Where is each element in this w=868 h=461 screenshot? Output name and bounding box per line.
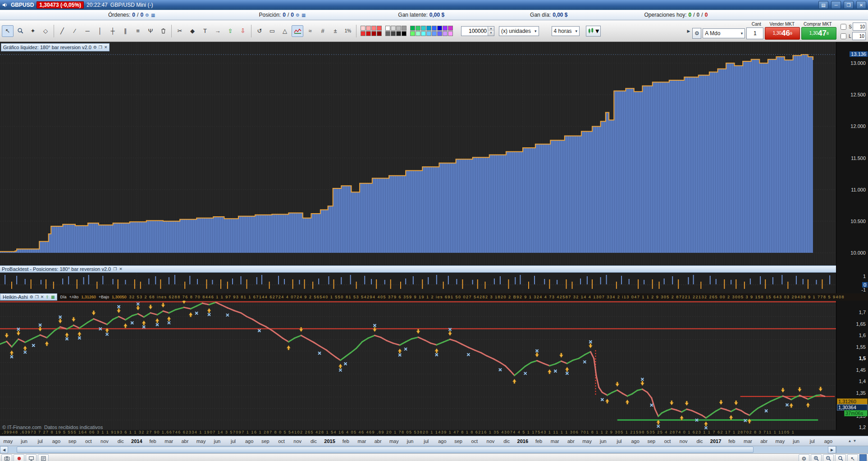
equity-curve-chart[interactable]: [0, 42, 836, 265]
equity-price-axis[interactable]: 10.00010.50011.00011.50012.00012.50013.0…: [836, 42, 868, 265]
color-swatch[interactable]: [361, 26, 365, 31]
scrollbar-track[interactable]: [9, 447, 827, 453]
orders-list-icon[interactable]: ▦: [151, 13, 155, 18]
zoom-out-icon[interactable]: [823, 454, 834, 461]
chart-scrollbar[interactable]: ◀ ▶: [0, 446, 868, 453]
heikin-ashi-price-axis[interactable]: 1,31260 1,30364 37m06s 1,21,251,31,351,4…: [836, 301, 868, 436]
units-select[interactable]: (x) unidades ▾: [499, 26, 539, 36]
panel-grid-icon[interactable]: ▦: [51, 295, 55, 299]
stats-tool[interactable]: ±: [329, 25, 341, 37]
expand-panel-icon[interactable]: ▶: [687, 29, 690, 33]
color-swatch[interactable]: [402, 31, 407, 36]
quantity-up-icon[interactable]: ▲: [488, 27, 494, 31]
stop-checkbox[interactable]: [841, 24, 846, 30]
line-chart-tool[interactable]: [292, 25, 303, 37]
color-swatch[interactable]: [448, 26, 453, 31]
order-type-select[interactable]: A Mdo ▾: [703, 28, 745, 38]
color-swatch[interactable]: [416, 26, 420, 31]
sell-market-button[interactable]: 1,30469: [765, 27, 800, 40]
color-swatch[interactable]: [385, 31, 390, 36]
quantity-input[interactable]: [461, 27, 488, 36]
color-swatch[interactable]: [437, 26, 442, 31]
vline-tool[interactable]: │: [94, 25, 106, 37]
percent-tool[interactable]: 1%: [342, 25, 354, 37]
triangle-tool[interactable]: △: [279, 25, 291, 37]
arrow-annotation-tool[interactable]: →: [212, 25, 224, 37]
maximize-button[interactable]: ❐: [844, 1, 854, 9]
cross-line-tool[interactable]: ┼: [107, 25, 119, 37]
ray-tool[interactable]: ∕: [69, 25, 81, 37]
monitor-icon[interactable]: [26, 454, 37, 461]
panel-detach-icon[interactable]: ❐: [99, 45, 102, 50]
rectangle-tool[interactable]: ▭: [266, 25, 278, 37]
order-settings-button[interactable]: ⚙: [692, 28, 701, 39]
panel-settings-icon[interactable]: ⚙: [93, 45, 97, 50]
layout-grid-button[interactable]: ▤: [818, 1, 828, 9]
compare-tool[interactable]: #: [317, 25, 329, 37]
hline-tool[interactable]: ─: [82, 25, 93, 37]
pitchfork-tool[interactable]: Ψ: [145, 25, 156, 37]
color-swatch[interactable]: [366, 31, 371, 36]
screenshot-camera-icon[interactable]: [1, 454, 12, 461]
backtest-positions-panel[interactable]: ProBacktest - Posiciones: 180° bar rever…: [0, 265, 868, 293]
scroll-right-button[interactable]: ▶: [828, 446, 836, 453]
fibonacci-tool[interactable]: ≡: [132, 25, 144, 37]
color-swatch[interactable]: [371, 31, 376, 36]
equity-chart-panel[interactable]: Gráfico liquidez: 180° bar reversion v2.…: [0, 42, 868, 265]
color-swatch[interactable]: [437, 31, 442, 36]
pointer-tool[interactable]: ↖: [2, 25, 14, 37]
color-swatch[interactable]: [391, 31, 396, 36]
color-swatch[interactable]: [361, 31, 365, 36]
diamond-tool[interactable]: ◆: [187, 25, 198, 37]
zoom-reset-icon[interactable]: [835, 454, 846, 461]
lasso-tool[interactable]: ↺: [254, 25, 265, 37]
orders-config-icon[interactable]: ⚙: [145, 13, 149, 18]
lamp-tool[interactable]: ✦: [27, 25, 39, 37]
color-swatch[interactable]: [366, 26, 371, 31]
settings-gear-icon[interactable]: ⚙: [799, 454, 809, 461]
color-swatch[interactable]: [377, 26, 382, 31]
record-icon[interactable]: [14, 454, 24, 461]
color-swatch[interactable]: [371, 26, 376, 31]
panel-detach-icon[interactable]: ❐: [35, 295, 39, 299]
quantity-stepper[interactable]: ▲ ▼: [461, 26, 494, 36]
color-swatch[interactable]: [448, 31, 453, 36]
limit-checkbox[interactable]: [841, 33, 846, 39]
buy-market-button[interactable]: 1,30478: [801, 27, 836, 40]
position-config-icon[interactable]: ⚙: [296, 13, 300, 18]
sound-icon[interactable]: [2, 2, 8, 8]
trash-tool[interactable]: [157, 25, 169, 37]
color-swatch[interactable]: [443, 26, 448, 31]
sell-arrow-tool[interactable]: ⇩: [237, 25, 249, 37]
zoom-tool[interactable]: [14, 25, 26, 37]
color-swatch[interactable]: [421, 31, 426, 36]
axis-up-icon[interactable]: ▲: [848, 439, 852, 443]
scrollbar-thumb[interactable]: [17, 447, 754, 453]
panel-detach-icon[interactable]: ❐: [113, 267, 117, 271]
axis-down-icon[interactable]: ▼: [853, 439, 857, 443]
color-swatch[interactable]: [385, 26, 390, 31]
color-swatch[interactable]: [432, 26, 437, 31]
panel-close-icon[interactable]: ✕: [119, 267, 123, 271]
color-swatch[interactable]: [396, 31, 401, 36]
multi-chart-tool[interactable]: ≈: [304, 25, 316, 37]
close-button[interactable]: ✕: [856, 1, 866, 9]
color-swatch[interactable]: [396, 26, 401, 31]
eraser-tool[interactable]: ◇: [40, 25, 51, 37]
channel-tool[interactable]: ∥: [119, 25, 131, 37]
text-tool[interactable]: T: [199, 25, 211, 37]
color-swatch[interactable]: [410, 26, 415, 31]
quantity-down-icon[interactable]: ▼: [488, 31, 494, 36]
panel-close-icon[interactable]: ✕: [104, 45, 108, 50]
panel-up-icon[interactable]: ⇧: [46, 295, 49, 299]
color-swatch[interactable]: [426, 26, 431, 31]
color-swatch[interactable]: [402, 26, 407, 31]
panel-close-icon[interactable]: ✕: [41, 295, 44, 299]
stop-value-input[interactable]: [853, 23, 866, 31]
timeframe-select[interactable]: 4 horas ▾: [552, 26, 580, 36]
panel-settings-icon[interactable]: ⚙: [30, 295, 33, 299]
chart-style-select[interactable]: ▾: [586, 26, 601, 37]
lot-quantity-input[interactable]: [746, 27, 763, 39]
zoom-in-icon[interactable]: [811, 454, 822, 461]
time-axis[interactable]: mayjunjulagosepoctnovdic2014febmarabrmay…: [0, 436, 868, 446]
